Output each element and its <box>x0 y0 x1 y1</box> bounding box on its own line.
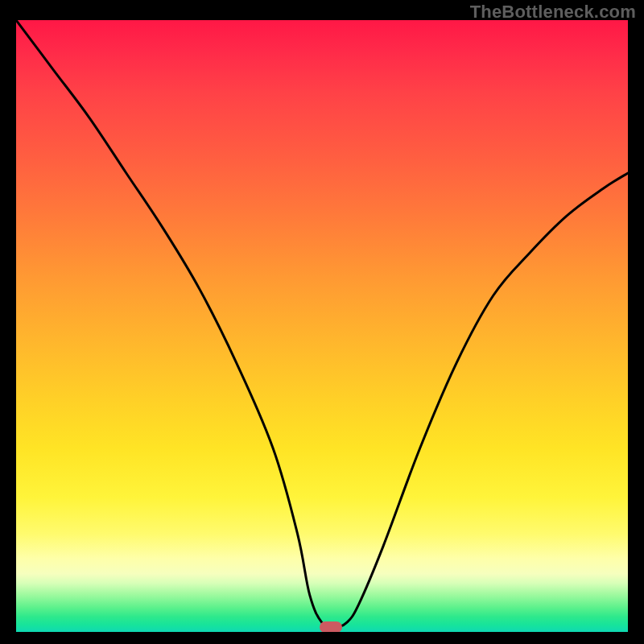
watermark-label: TheBottleneck.com <box>470 2 636 23</box>
optimum-marker <box>320 621 342 632</box>
bottleneck-curve <box>16 20 628 632</box>
plot-area <box>16 20 628 632</box>
chart-frame: TheBottleneck.com <box>0 0 644 644</box>
